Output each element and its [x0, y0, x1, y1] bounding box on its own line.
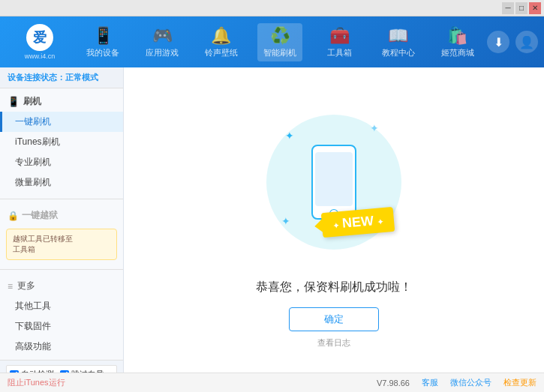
account-button[interactable]: 👤 — [515, 31, 538, 53]
device-status-label: 设备连接状态： — [8, 73, 65, 82]
nav-item-ringtone[interactable]: 🔔 铃声壁纸 — [199, 23, 244, 61]
success-illustration: ✦ ✦ ✦ ✦ NEW ✦ — [251, 92, 416, 272]
jailbreak-label: 一键越狱 — [22, 209, 58, 222]
new-star-right: ✦ — [377, 217, 384, 226]
logo-icon: 爱 — [26, 24, 53, 51]
flash-section-header: 📱 刷机 — [0, 91, 123, 112]
nav-label-apps: 应用游戏 — [146, 47, 179, 58]
smart-icon: ♻️ — [270, 26, 290, 46]
device-icon: 📱 — [93, 26, 113, 46]
shop-icon: 🛍️ — [447, 26, 467, 46]
skip-guide-label: 跳过向导 — [71, 369, 104, 373]
new-text: NEW — [341, 213, 374, 231]
flash-section-label: 刷机 — [23, 95, 41, 108]
auto-detect-checkbox[interactable]: 自动检测 — [10, 369, 54, 373]
more-label: 更多 — [17, 280, 35, 292]
sparkle-2: ✦ — [370, 122, 379, 134]
new-star-left: ✦ — [332, 221, 339, 230]
content-area: ✦ ✦ ✦ ✦ NEW ✦ 恭喜您，保资料刷机成功啦！ 确定 查看日志 — [124, 67, 544, 373]
nav-item-apps[interactable]: 🎮 应用游戏 — [140, 23, 185, 61]
apps-icon: 🎮 — [152, 26, 173, 46]
nav-label-device: 我的设备 — [86, 47, 119, 58]
nav-item-smart[interactable]: ♻️ 智能刷机 — [257, 23, 302, 61]
nav-right: ⬇ 👤 — [487, 31, 538, 53]
jailbreak-header: 🔒 一键越狱 — [0, 205, 123, 226]
status-bar: 阻止iTunes运行 V7.98.66 客服 微信公众号 检查更新 — [0, 373, 544, 392]
more-header: ≡ 更多 — [0, 276, 123, 296]
wechat-link[interactable]: 微信公众号 — [450, 377, 491, 388]
sparkle-3: ✦ — [281, 215, 290, 227]
nav-label-tutorial: 教程中心 — [382, 47, 415, 58]
device-status: 设备连接状态：正常模式 — [0, 67, 123, 88]
sidebar-divider-2 — [0, 269, 123, 270]
tools-icon: 🧰 — [329, 26, 350, 46]
flash-section: 📱 刷机 一键刷机 iTunes刷机 专业刷机 微量刷机 — [0, 88, 123, 196]
sidebar-item-pro[interactable]: 专业刷机 — [0, 152, 123, 172]
jailbreak-section: 🔒 一键越狱 越狱工具已转移至 工具箱 — [0, 202, 123, 266]
sidebar-divider-1 — [0, 199, 123, 199]
success-text: 恭喜您，保资料刷机成功啦！ — [256, 280, 412, 295]
version-text: V7.98.66 — [377, 379, 410, 388]
sidebar-item-advanced[interactable]: 高级功能 — [0, 337, 123, 357]
sidebar-item-micro[interactable]: 微量刷机 — [0, 172, 123, 193]
phone-circle: ✦ ✦ ✦ ✦ NEW ✦ — [266, 115, 401, 250]
nav-item-shop[interactable]: 🛍️ 姬范商城 — [435, 23, 480, 61]
maximize-button[interactable]: □ — [515, 2, 527, 14]
sidebar: 设备连接状态：正常模式 📱 刷机 一键刷机 iTunes刷机 专业刷机 微量刷机… — [0, 67, 124, 373]
stop-itunes-button[interactable]: 阻止iTunes运行 — [8, 377, 65, 388]
sidebar-item-download[interactable]: 下载固件 — [0, 316, 123, 337]
confirm-button[interactable]: 确定 — [289, 307, 379, 331]
auto-detect-label: 自动检测 — [21, 369, 54, 373]
flash-section-icon: 📱 — [8, 96, 20, 107]
logo-area: 爱 www.i4.cn — [6, 24, 74, 60]
skip-guide-input[interactable] — [60, 370, 69, 373]
title-bar: ─ □ ✕ — [0, 0, 544, 16]
main-area: 设备连接状态：正常模式 📱 刷机 一键刷机 iTunes刷机 专业刷机 微量刷机… — [0, 67, 544, 373]
window-controls: ─ □ ✕ — [502, 2, 541, 14]
nav-item-tutorial[interactable]: 📖 教程中心 — [376, 23, 421, 61]
tutorial-icon: 📖 — [388, 26, 408, 46]
nav-item-device[interactable]: 📱 我的设备 — [80, 23, 125, 61]
download-button[interactable]: ⬇ — [487, 31, 509, 53]
sidebar-item-itunes[interactable]: iTunes刷机 — [0, 132, 123, 152]
phone-screen — [315, 152, 353, 206]
sparkle-1: ✦ — [285, 130, 294, 142]
nav-label-tools: 工具箱 — [327, 47, 352, 58]
nav-label-shop: 姬范商城 — [441, 47, 474, 58]
jailbreak-note: 越狱工具已转移至 工具箱 — [6, 229, 117, 260]
more-section: ≡ 更多 其他工具 下载固件 高级功能 — [0, 273, 123, 360]
service-link[interactable]: 客服 — [422, 377, 438, 388]
checkbox-area: 自动检测 跳过向导 — [6, 365, 117, 373]
sidebar-item-other[interactable]: 其他工具 — [0, 296, 123, 316]
nav-item-tools[interactable]: 🧰 工具箱 — [317, 23, 362, 61]
skip-guide-checkbox[interactable]: 跳过向导 — [60, 369, 104, 373]
menu-icon: ≡ — [8, 281, 13, 292]
nav-label-ringtone: 铃声壁纸 — [205, 47, 238, 58]
nav-label-smart: 智能刷机 — [263, 47, 296, 58]
nav-items: 📱 我的设备 🎮 应用游戏 🔔 铃声壁纸 ♻️ 智能刷机 🧰 工具箱 📖 教程中… — [74, 23, 487, 61]
auto-detect-input[interactable] — [10, 370, 19, 373]
ringtone-icon: 🔔 — [211, 26, 231, 46]
log-link[interactable]: 查看日志 — [317, 337, 350, 349]
phone-body — [311, 145, 356, 220]
update-link[interactable]: 检查更新 — [503, 377, 536, 388]
lock-icon: 🔒 — [8, 211, 19, 221]
top-nav: 爱 www.i4.cn 📱 我的设备 🎮 应用游戏 🔔 铃声壁纸 ♻️ 智能刷机… — [0, 16, 544, 67]
logo-website: www.i4.cn — [25, 52, 56, 60]
device-status-value: 正常模式 — [65, 73, 98, 82]
sidebar-item-onekey[interactable]: 一键刷机 — [0, 112, 123, 132]
minimize-button[interactable]: ─ — [502, 2, 514, 14]
close-button[interactable]: ✕ — [529, 2, 541, 14]
status-right: V7.98.66 客服 微信公众号 检查更新 — [377, 377, 536, 388]
